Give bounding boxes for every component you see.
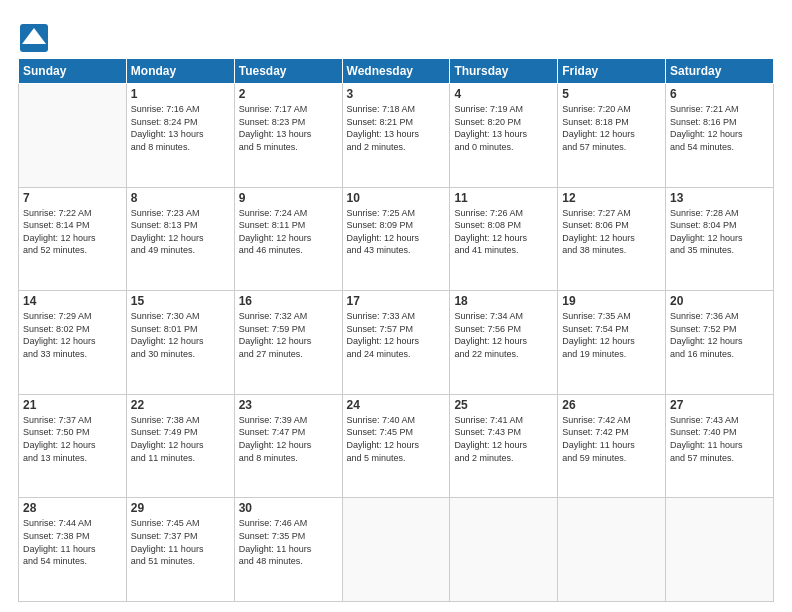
calendar-cell: 3Sunrise: 7:18 AM Sunset: 8:21 PM Daylig… (342, 84, 450, 188)
calendar-cell: 24Sunrise: 7:40 AM Sunset: 7:45 PM Dayli… (342, 394, 450, 498)
calendar-header-saturday: Saturday (666, 59, 774, 84)
day-number: 28 (23, 501, 122, 515)
day-number: 22 (131, 398, 230, 412)
calendar-cell (450, 498, 558, 602)
logo-icon (18, 22, 46, 50)
calendar-header-row: SundayMondayTuesdayWednesdayThursdayFrid… (19, 59, 774, 84)
day-info: Sunrise: 7:40 AM Sunset: 7:45 PM Dayligh… (347, 414, 446, 464)
day-info: Sunrise: 7:18 AM Sunset: 8:21 PM Dayligh… (347, 103, 446, 153)
day-number: 17 (347, 294, 446, 308)
day-info: Sunrise: 7:19 AM Sunset: 8:20 PM Dayligh… (454, 103, 553, 153)
calendar-header-friday: Friday (558, 59, 666, 84)
day-number: 19 (562, 294, 661, 308)
calendar-cell (666, 498, 774, 602)
day-info: Sunrise: 7:37 AM Sunset: 7:50 PM Dayligh… (23, 414, 122, 464)
day-number: 6 (670, 87, 769, 101)
calendar-cell: 4Sunrise: 7:19 AM Sunset: 8:20 PM Daylig… (450, 84, 558, 188)
calendar-cell: 19Sunrise: 7:35 AM Sunset: 7:54 PM Dayli… (558, 291, 666, 395)
calendar-cell: 10Sunrise: 7:25 AM Sunset: 8:09 PM Dayli… (342, 187, 450, 291)
day-number: 12 (562, 191, 661, 205)
calendar-cell: 25Sunrise: 7:41 AM Sunset: 7:43 PM Dayli… (450, 394, 558, 498)
calendar-week-4: 28Sunrise: 7:44 AM Sunset: 7:38 PM Dayli… (19, 498, 774, 602)
day-number: 29 (131, 501, 230, 515)
day-info: Sunrise: 7:28 AM Sunset: 8:04 PM Dayligh… (670, 207, 769, 257)
day-info: Sunrise: 7:44 AM Sunset: 7:38 PM Dayligh… (23, 517, 122, 567)
day-number: 16 (239, 294, 338, 308)
calendar-cell: 6Sunrise: 7:21 AM Sunset: 8:16 PM Daylig… (666, 84, 774, 188)
day-info: Sunrise: 7:38 AM Sunset: 7:49 PM Dayligh… (131, 414, 230, 464)
day-number: 10 (347, 191, 446, 205)
day-number: 24 (347, 398, 446, 412)
day-number: 25 (454, 398, 553, 412)
day-info: Sunrise: 7:20 AM Sunset: 8:18 PM Dayligh… (562, 103, 661, 153)
calendar-cell: 23Sunrise: 7:39 AM Sunset: 7:47 PM Dayli… (234, 394, 342, 498)
calendar-cell: 8Sunrise: 7:23 AM Sunset: 8:13 PM Daylig… (126, 187, 234, 291)
calendar-header-thursday: Thursday (450, 59, 558, 84)
day-info: Sunrise: 7:27 AM Sunset: 8:06 PM Dayligh… (562, 207, 661, 257)
calendar-cell: 26Sunrise: 7:42 AM Sunset: 7:42 PM Dayli… (558, 394, 666, 498)
calendar-cell: 29Sunrise: 7:45 AM Sunset: 7:37 PM Dayli… (126, 498, 234, 602)
calendar: SundayMondayTuesdayWednesdayThursdayFrid… (18, 58, 774, 602)
calendar-cell (558, 498, 666, 602)
calendar-cell: 18Sunrise: 7:34 AM Sunset: 7:56 PM Dayli… (450, 291, 558, 395)
day-info: Sunrise: 7:29 AM Sunset: 8:02 PM Dayligh… (23, 310, 122, 360)
day-number: 13 (670, 191, 769, 205)
calendar-cell (342, 498, 450, 602)
day-info: Sunrise: 7:23 AM Sunset: 8:13 PM Dayligh… (131, 207, 230, 257)
calendar-cell: 21Sunrise: 7:37 AM Sunset: 7:50 PM Dayli… (19, 394, 127, 498)
day-info: Sunrise: 7:45 AM Sunset: 7:37 PM Dayligh… (131, 517, 230, 567)
day-info: Sunrise: 7:24 AM Sunset: 8:11 PM Dayligh… (239, 207, 338, 257)
day-info: Sunrise: 7:36 AM Sunset: 7:52 PM Dayligh… (670, 310, 769, 360)
day-info: Sunrise: 7:21 AM Sunset: 8:16 PM Dayligh… (670, 103, 769, 153)
day-number: 18 (454, 294, 553, 308)
day-info: Sunrise: 7:42 AM Sunset: 7:42 PM Dayligh… (562, 414, 661, 464)
day-info: Sunrise: 7:26 AM Sunset: 8:08 PM Dayligh… (454, 207, 553, 257)
calendar-cell: 17Sunrise: 7:33 AM Sunset: 7:57 PM Dayli… (342, 291, 450, 395)
day-info: Sunrise: 7:17 AM Sunset: 8:23 PM Dayligh… (239, 103, 338, 153)
calendar-cell: 1Sunrise: 7:16 AM Sunset: 8:24 PM Daylig… (126, 84, 234, 188)
day-number: 15 (131, 294, 230, 308)
day-number: 5 (562, 87, 661, 101)
day-info: Sunrise: 7:46 AM Sunset: 7:35 PM Dayligh… (239, 517, 338, 567)
day-number: 20 (670, 294, 769, 308)
calendar-header-wednesday: Wednesday (342, 59, 450, 84)
calendar-week-2: 14Sunrise: 7:29 AM Sunset: 8:02 PM Dayli… (19, 291, 774, 395)
calendar-header-monday: Monday (126, 59, 234, 84)
calendar-cell (19, 84, 127, 188)
calendar-week-3: 21Sunrise: 7:37 AM Sunset: 7:50 PM Dayli… (19, 394, 774, 498)
day-number: 1 (131, 87, 230, 101)
day-number: 27 (670, 398, 769, 412)
calendar-cell: 11Sunrise: 7:26 AM Sunset: 8:08 PM Dayli… (450, 187, 558, 291)
day-number: 23 (239, 398, 338, 412)
day-info: Sunrise: 7:22 AM Sunset: 8:14 PM Dayligh… (23, 207, 122, 257)
day-info: Sunrise: 7:35 AM Sunset: 7:54 PM Dayligh… (562, 310, 661, 360)
day-info: Sunrise: 7:34 AM Sunset: 7:56 PM Dayligh… (454, 310, 553, 360)
day-number: 3 (347, 87, 446, 101)
calendar-cell: 13Sunrise: 7:28 AM Sunset: 8:04 PM Dayli… (666, 187, 774, 291)
day-number: 21 (23, 398, 122, 412)
day-number: 9 (239, 191, 338, 205)
day-info: Sunrise: 7:30 AM Sunset: 8:01 PM Dayligh… (131, 310, 230, 360)
calendar-cell: 16Sunrise: 7:32 AM Sunset: 7:59 PM Dayli… (234, 291, 342, 395)
day-info: Sunrise: 7:39 AM Sunset: 7:47 PM Dayligh… (239, 414, 338, 464)
calendar-week-0: 1Sunrise: 7:16 AM Sunset: 8:24 PM Daylig… (19, 84, 774, 188)
calendar-cell: 12Sunrise: 7:27 AM Sunset: 8:06 PM Dayli… (558, 187, 666, 291)
calendar-week-1: 7Sunrise: 7:22 AM Sunset: 8:14 PM Daylig… (19, 187, 774, 291)
day-info: Sunrise: 7:16 AM Sunset: 8:24 PM Dayligh… (131, 103, 230, 153)
calendar-header-tuesday: Tuesday (234, 59, 342, 84)
calendar-cell: 28Sunrise: 7:44 AM Sunset: 7:38 PM Dayli… (19, 498, 127, 602)
calendar-cell: 2Sunrise: 7:17 AM Sunset: 8:23 PM Daylig… (234, 84, 342, 188)
day-info: Sunrise: 7:32 AM Sunset: 7:59 PM Dayligh… (239, 310, 338, 360)
calendar-cell: 27Sunrise: 7:43 AM Sunset: 7:40 PM Dayli… (666, 394, 774, 498)
day-number: 8 (131, 191, 230, 205)
day-number: 4 (454, 87, 553, 101)
header (18, 18, 774, 50)
day-info: Sunrise: 7:43 AM Sunset: 7:40 PM Dayligh… (670, 414, 769, 464)
day-number: 7 (23, 191, 122, 205)
day-info: Sunrise: 7:33 AM Sunset: 7:57 PM Dayligh… (347, 310, 446, 360)
calendar-cell: 30Sunrise: 7:46 AM Sunset: 7:35 PM Dayli… (234, 498, 342, 602)
day-info: Sunrise: 7:25 AM Sunset: 8:09 PM Dayligh… (347, 207, 446, 257)
calendar-cell: 22Sunrise: 7:38 AM Sunset: 7:49 PM Dayli… (126, 394, 234, 498)
calendar-cell: 5Sunrise: 7:20 AM Sunset: 8:18 PM Daylig… (558, 84, 666, 188)
calendar-cell: 14Sunrise: 7:29 AM Sunset: 8:02 PM Dayli… (19, 291, 127, 395)
